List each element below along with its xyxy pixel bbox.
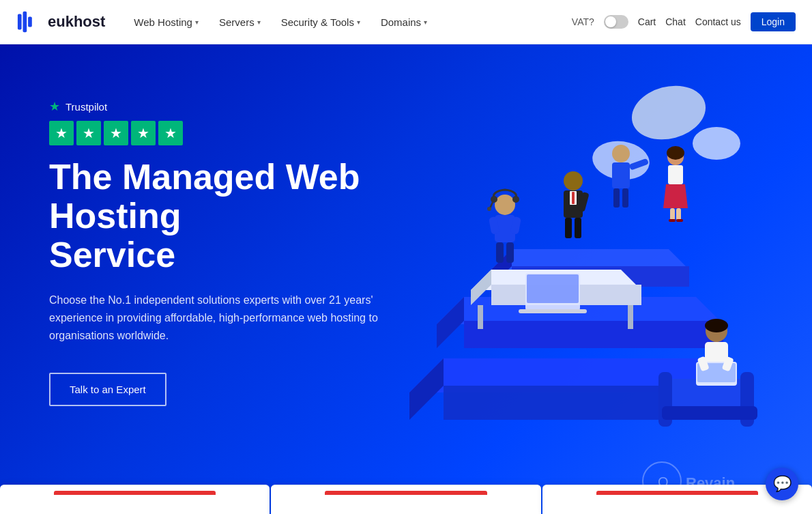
svg-point-46 (487, 207, 491, 211)
star-5: ★ (158, 121, 183, 145)
nav-servers[interactable]: Servers ▾ (211, 12, 269, 32)
security-tools-chevron-icon: ▾ (357, 18, 360, 26)
svg-point-45 (512, 196, 519, 203)
svg-rect-33 (669, 219, 676, 222)
svg-rect-0 (18, 14, 22, 30)
hero-title: The Managed Web Hosting Service (49, 158, 423, 275)
svg-rect-31 (670, 208, 675, 220)
svg-rect-29 (668, 165, 683, 184)
servers-chevron-icon: ▾ (257, 18, 261, 26)
logo[interactable]: eukhost (16, 9, 105, 35)
trustpilot-label: Trustpilot (66, 101, 107, 113)
chat-widget-button[interactable]: 💬 (766, 468, 798, 500)
bottom-card-2 (271, 485, 540, 514)
contact-link[interactable]: Contact us (695, 16, 741, 27)
navbar: eukhost Web Hosting ▾ Servers ▾ Security… (0, 0, 812, 44)
web-hosting-chevron-icon: ▾ (195, 18, 199, 26)
star-2: ★ (76, 121, 101, 145)
logo-icon (16, 9, 42, 35)
svg-marker-11 (464, 321, 723, 348)
svg-rect-18 (575, 218, 581, 238)
talk-to-expert-button[interactable]: Talk to an Expert (49, 373, 166, 406)
svg-rect-50 (496, 242, 504, 263)
svg-point-28 (667, 146, 684, 160)
svg-rect-55 (662, 406, 757, 420)
svg-point-15 (564, 171, 583, 190)
bottom-cards-preview (0, 485, 812, 514)
nav-links: Web Hosting ▾ Servers ▾ Security & Tools… (126, 12, 571, 32)
nav-security-tools-label: Security & Tools (281, 16, 354, 28)
bottom-card-1 (0, 485, 270, 514)
svg-marker-30 (663, 184, 688, 208)
hero-description: Choose the No.1 independent solutions ex… (49, 291, 411, 345)
svg-rect-23 (612, 162, 630, 188)
svg-rect-24 (613, 188, 620, 208)
chat-link[interactable]: Chat (665, 16, 686, 27)
svg-rect-41 (527, 274, 579, 303)
svg-point-5 (693, 127, 740, 160)
svg-point-57 (705, 319, 728, 332)
svg-point-43 (495, 195, 515, 215)
hero-content: ★ Trustpilot ★ ★ ★ ★ ★ The Managed Web H… (0, 44, 423, 447)
nav-right: VAT? Cart Chat Contact us Login (572, 12, 796, 31)
nav-security-tools[interactable]: Security & Tools ▾ (273, 12, 368, 32)
star-4: ★ (131, 121, 156, 145)
vat-label: VAT? (572, 16, 594, 27)
trustpilot-star-icon: ★ (49, 99, 60, 114)
svg-rect-25 (622, 188, 628, 208)
svg-rect-1 (23, 12, 27, 32)
svg-rect-34 (676, 219, 683, 222)
card-red-bar-2 (325, 491, 487, 495)
svg-rect-51 (506, 242, 514, 263)
logo-text: eukhost (48, 13, 105, 31)
svg-rect-20 (572, 192, 575, 204)
svg-rect-39 (628, 305, 633, 329)
svg-marker-10 (437, 297, 464, 348)
svg-rect-42 (519, 309, 587, 313)
svg-rect-2 (28, 16, 32, 27)
star-rating: ★ ★ ★ ★ ★ (49, 121, 423, 145)
card-red-bar-3 (596, 491, 758, 495)
svg-rect-38 (478, 305, 483, 329)
cart-link[interactable]: Cart (638, 16, 656, 27)
trustpilot-badge: ★ Trustpilot (49, 99, 423, 114)
domains-chevron-icon: ▾ (424, 18, 427, 26)
chat-bubble-icon: 💬 (773, 475, 792, 493)
nav-web-hosting[interactable]: Web Hosting ▾ (126, 12, 207, 32)
svg-point-22 (612, 145, 630, 162)
vat-toggle[interactable] (604, 15, 628, 29)
star-3: ★ (104, 121, 128, 145)
nav-servers-label: Servers (219, 16, 255, 28)
hero-section: ★ Trustpilot ★ ★ ★ ★ ★ The Managed Web H… (0, 44, 812, 514)
vat-toggle-knob (605, 16, 616, 27)
svg-rect-32 (676, 208, 681, 220)
card-red-bar-1 (54, 491, 216, 495)
nav-domains-label: Domains (381, 16, 421, 28)
nav-domains[interactable]: Domains ▾ (373, 12, 435, 32)
nav-web-hosting-label: Web Hosting (134, 16, 192, 28)
svg-rect-17 (565, 218, 572, 238)
star-1: ★ (49, 121, 74, 145)
hero-illustration: Q Revain (368, 44, 812, 514)
login-button[interactable]: Login (751, 12, 796, 31)
